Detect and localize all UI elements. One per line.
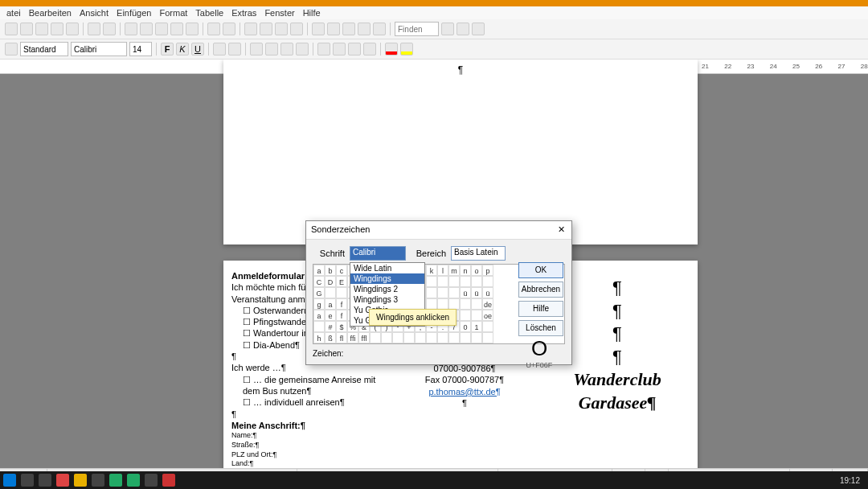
char-cell[interactable]: f bbox=[336, 310, 347, 321]
font-select[interactable] bbox=[71, 42, 127, 56]
char-cell[interactable]: oe bbox=[482, 310, 493, 321]
char-cell[interactable]: a bbox=[313, 265, 325, 276]
char-cell[interactable] bbox=[426, 332, 437, 343]
indent-dec-icon[interactable] bbox=[348, 43, 361, 55]
char-cell[interactable]: G bbox=[313, 287, 325, 298]
delete-button[interactable]: Löschen bbox=[518, 320, 563, 336]
nav-icon[interactable] bbox=[312, 23, 325, 35]
char-cell[interactable]: f bbox=[336, 298, 347, 310]
dialog-titlebar[interactable]: Sonderzeichen ✕ bbox=[306, 221, 571, 240]
char-cell[interactable]: ü bbox=[471, 287, 482, 298]
char-cell[interactable]: n bbox=[460, 265, 471, 276]
char-cell[interactable]: ffi bbox=[347, 332, 358, 343]
sub-icon[interactable] bbox=[228, 43, 241, 55]
char-cell[interactable] bbox=[460, 298, 471, 310]
char-cell[interactable] bbox=[415, 332, 426, 343]
char-cell[interactable] bbox=[381, 332, 392, 343]
char-cell[interactable]: E bbox=[336, 276, 347, 287]
char-cell[interactable]: m bbox=[448, 265, 460, 276]
char-cell[interactable] bbox=[313, 321, 325, 332]
find-input[interactable] bbox=[395, 22, 439, 36]
align-center-icon[interactable] bbox=[265, 43, 278, 55]
search-icon[interactable] bbox=[21, 474, 34, 487]
print-icon[interactable] bbox=[88, 23, 100, 35]
char-cell[interactable]: a bbox=[313, 310, 325, 321]
char-cell[interactable]: ü bbox=[460, 287, 471, 298]
super-icon[interactable] bbox=[213, 43, 226, 55]
menu-edit[interactable]: Bearbeiten bbox=[29, 8, 72, 18]
menu-window[interactable]: Fenster bbox=[264, 8, 294, 18]
cut-icon[interactable] bbox=[140, 23, 153, 35]
char-cell[interactable]: p bbox=[482, 265, 493, 276]
char-cell[interactable] bbox=[471, 298, 482, 310]
ok-button[interactable]: OK bbox=[518, 262, 563, 278]
help-icon[interactable] bbox=[373, 23, 386, 35]
save-icon[interactable] bbox=[35, 23, 48, 35]
find-all-icon[interactable] bbox=[472, 23, 485, 35]
char-cell[interactable] bbox=[403, 332, 415, 343]
image-icon[interactable] bbox=[275, 23, 288, 35]
align-justify-icon[interactable] bbox=[296, 43, 309, 55]
char-cell[interactable]: D bbox=[325, 276, 336, 287]
link-icon[interactable] bbox=[244, 23, 257, 35]
menu-format[interactable]: Format bbox=[159, 8, 187, 18]
cancel-button[interactable]: Abbrechen bbox=[518, 281, 563, 298]
app-icon[interactable] bbox=[109, 474, 122, 487]
preview-icon[interactable] bbox=[103, 23, 116, 35]
menu-file[interactable]: atei bbox=[6, 8, 21, 18]
char-cell[interactable]: de bbox=[482, 298, 493, 310]
char-cell[interactable] bbox=[392, 332, 403, 343]
char-cell[interactable] bbox=[471, 332, 482, 343]
windows-taskbar[interactable]: 19:12 bbox=[0, 471, 868, 489]
char-cell[interactable] bbox=[482, 321, 493, 332]
taskview-icon[interactable] bbox=[39, 474, 51, 487]
menubar[interactable]: atei Bearbeiten Ansicht Einfügen Format … bbox=[0, 6, 868, 19]
undo-icon[interactable] bbox=[207, 23, 220, 35]
app-icon[interactable] bbox=[162, 474, 175, 487]
bold-icon[interactable]: F bbox=[161, 43, 174, 55]
char-cell[interactable] bbox=[437, 276, 448, 287]
char-cell[interactable]: l bbox=[437, 265, 448, 276]
font-option[interactable]: Wingdings 3 bbox=[350, 294, 424, 305]
char-cell[interactable]: $ bbox=[336, 321, 347, 332]
char-cell[interactable] bbox=[471, 276, 482, 287]
area-combo[interactable]: Basis Latein bbox=[451, 246, 506, 261]
char-cell[interactable] bbox=[426, 287, 437, 298]
char-cell[interactable]: # bbox=[325, 321, 336, 332]
start-icon[interactable] bbox=[3, 474, 16, 487]
find-next-icon[interactable] bbox=[441, 23, 454, 35]
menu-help[interactable]: Hilfe bbox=[303, 8, 321, 18]
menu-view[interactable]: Ansicht bbox=[80, 8, 108, 18]
char-cell[interactable]: k bbox=[426, 265, 437, 276]
table-icon[interactable] bbox=[260, 23, 272, 35]
numbering-icon[interactable] bbox=[317, 43, 330, 55]
char-cell[interactable]: ffl bbox=[358, 332, 370, 343]
find-prev-icon[interactable] bbox=[457, 23, 469, 35]
char-cell[interactable]: 0 bbox=[460, 321, 471, 332]
copy-icon[interactable] bbox=[155, 23, 168, 35]
char-cell[interactable] bbox=[460, 310, 471, 321]
font-option[interactable]: Wide Latin bbox=[350, 263, 424, 273]
paste-icon[interactable] bbox=[170, 23, 183, 35]
char-cell[interactable] bbox=[370, 332, 381, 343]
app-icon[interactable] bbox=[92, 474, 104, 487]
char-cell[interactable]: o bbox=[471, 265, 482, 276]
font-color-icon[interactable] bbox=[385, 43, 398, 55]
char-cell[interactable] bbox=[437, 287, 448, 298]
page-1[interactable]: ¶ bbox=[223, 60, 698, 244]
style-select[interactable] bbox=[20, 42, 68, 56]
nonprint-icon[interactable] bbox=[342, 23, 355, 35]
size-select[interactable] bbox=[129, 42, 152, 56]
char-cell[interactable]: fl bbox=[336, 332, 347, 343]
menu-tools[interactable]: Extras bbox=[231, 8, 256, 18]
pdf-icon[interactable] bbox=[66, 23, 79, 35]
mail-icon[interactable] bbox=[51, 23, 63, 35]
browser-icon[interactable] bbox=[56, 474, 69, 487]
char-cell[interactable] bbox=[471, 310, 482, 321]
font-option-selected[interactable]: Wingdings bbox=[350, 273, 424, 284]
char-cell[interactable] bbox=[437, 298, 448, 310]
char-cell[interactable] bbox=[482, 332, 493, 343]
chart-icon[interactable] bbox=[290, 23, 303, 35]
format-paint-icon[interactable] bbox=[186, 23, 199, 35]
help-button[interactable]: Hilfe bbox=[518, 301, 563, 317]
